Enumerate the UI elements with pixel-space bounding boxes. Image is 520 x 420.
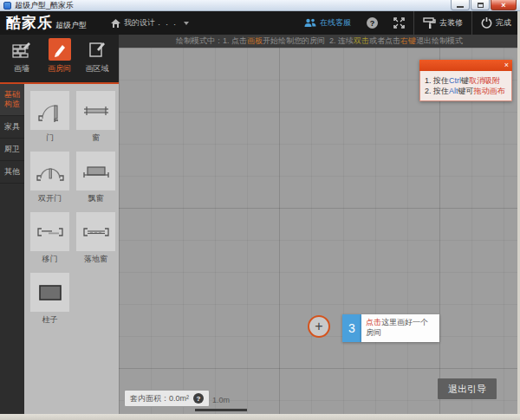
bay-window-icon: [80, 155, 113, 188]
snap-tip-header: ×: [419, 60, 512, 71]
minimize-icon: [457, 6, 464, 8]
snap-tip-key-ctrl: Ctrl: [449, 76, 461, 85]
tool-draw-room[interactable]: 画房间: [42, 38, 78, 74]
window-icon: [80, 94, 113, 127]
snap-tip-line2: 2. 按住Alt键可拖动画布: [425, 86, 507, 96]
component-bay-window-label: 飘窗: [88, 193, 104, 204]
app-window: 超级户型_酷家乐 × 酷家乐 超级户型 我的设计．．． 在线客服 ?: [0, 0, 520, 420]
component-pillar[interactable]: 柱子: [30, 273, 69, 326]
double-door-icon: [34, 155, 67, 188]
draw-start-target[interactable]: +: [308, 315, 330, 338]
component-window-label: 窗: [92, 132, 100, 144]
sliding-door-icon: [34, 216, 67, 249]
component-library-panel: 门 窗: [24, 84, 119, 414]
people-icon: [304, 18, 316, 28]
help-button[interactable]: ?: [367, 17, 378, 29]
component-door[interactable]: 门: [30, 91, 69, 144]
app-icon: [3, 2, 11, 10]
snap-tip-text: 键: [461, 76, 469, 85]
snap-tip-key-alt: Alt: [449, 87, 458, 95]
draw-area-icon: [87, 39, 107, 60]
fullscreen-icon: [393, 17, 405, 29]
app-logo-subtitle: 超级户型: [55, 20, 87, 31]
app-header: 酷家乐 超级户型 我的设计．．． 在线客服 ?: [0, 11, 520, 35]
snap-tip-text: 键可: [458, 87, 474, 95]
instruction-text: 绘制模式中：1. 点击: [176, 36, 247, 47]
instruction-highlight-rightclick: 右键: [400, 36, 416, 47]
maximize-icon: [478, 3, 484, 8]
tab-basic-structure[interactable]: 基础构造: [0, 84, 24, 116]
my-design-label: 我的设计．．．: [124, 17, 179, 29]
tool-draw-area-label: 画区域: [86, 63, 109, 74]
snap-tip-action: 取消吸附: [469, 76, 500, 85]
draw-wall-icon: [11, 39, 32, 60]
my-design-dropdown[interactable]: 我的设计．．．: [111, 17, 189, 29]
component-pillar-label: 柱子: [42, 314, 58, 326]
component-sliding-door-label: 移门: [42, 254, 58, 265]
tab-other[interactable]: 其他: [0, 161, 24, 184]
tool-draw-wall[interactable]: 画墙: [3, 38, 40, 74]
snap-tip-text: 2. 按住: [425, 87, 449, 95]
guide-tooltip: 点击这里画好一个房间: [361, 314, 439, 342]
pillar-icon: [34, 276, 67, 309]
window-title: 超级户型_酷家乐: [15, 0, 74, 11]
component-bay-window[interactable]: 飘窗: [76, 152, 115, 204]
go-decorate-button[interactable]: 去装修: [414, 11, 471, 35]
snap-tip-text: 1. 按住: [425, 76, 449, 85]
power-icon: [481, 17, 492, 29]
scale-label: 1.0m: [195, 396, 247, 404]
draw-tool-panel: 画墙 画房间 画区域: [0, 35, 119, 84]
fullscreen-button[interactable]: [385, 11, 413, 35]
interior-area-label: 套内面积：0.0m²: [130, 393, 189, 404]
paint-roller-icon: [423, 17, 436, 29]
online-service-button[interactable]: 在线客服: [296, 11, 360, 35]
online-service-label: 在线客服: [320, 17, 351, 29]
component-door-label: 门: [46, 132, 54, 144]
draw-room-icon: [49, 39, 70, 60]
snap-tip-line1: 1. 按住Ctrl键取消吸附: [425, 75, 507, 86]
instruction-text: 或者点击: [369, 36, 400, 47]
guide-step-badge: 3: [342, 314, 361, 342]
component-sliding-door[interactable]: 移门: [30, 212, 69, 265]
finish-label: 完成: [496, 17, 511, 29]
snap-tip-action: 拖动画布: [474, 87, 505, 95]
tab-kitchen-bath[interactable]: 厨卫: [0, 139, 24, 161]
component-french-window-label: 落地窗: [84, 254, 107, 265]
minimize-button[interactable]: [451, 0, 470, 10]
component-french-window[interactable]: 落地窗: [76, 212, 115, 265]
component-window[interactable]: 窗: [76, 91, 115, 144]
tab-furniture[interactable]: 家具: [0, 116, 24, 139]
maximize-button[interactable]: [471, 0, 490, 10]
scale-bar: [195, 409, 247, 411]
finish-button[interactable]: 完成: [472, 11, 520, 35]
tool-draw-room-label: 画房间: [48, 63, 71, 74]
instruction-text: 退出绘制模式: [416, 36, 463, 47]
component-double-door-label: 双开门: [38, 193, 62, 204]
door-icon: [34, 94, 67, 127]
tool-draw-area[interactable]: 画区域: [79, 38, 115, 74]
chevron-down-icon: [184, 22, 189, 25]
instruction-highlight-board: 画板: [247, 36, 263, 47]
snap-tip-tooltip: × 1. 按住Ctrl键取消吸附 2. 按住Alt键可拖动画布: [419, 60, 512, 101]
instruction-text: 开始绘制您的房间 2. 连续: [263, 36, 354, 47]
window-titlebar: 超级户型_酷家乐 ×: [0, 0, 520, 11]
window-border-bottom: [0, 414, 520, 420]
go-decorate-label: 去装修: [439, 17, 463, 29]
french-window-icon: [80, 216, 113, 249]
close-button[interactable]: ×: [491, 0, 517, 10]
app-logo: 酷家乐: [0, 13, 53, 33]
drawing-canvas[interactable]: × 1. 按住Ctrl键取消吸附 2. 按住Alt键可拖动画布 + 3 点击这里…: [119, 48, 517, 414]
guide-action-word: 点击: [366, 318, 381, 326]
home-icon: [111, 19, 120, 28]
instruction-bar: 绘制模式中：1. 点击画板开始绘制您的房间 2. 连续双击或者点击右键退出绘制模…: [119, 35, 520, 48]
component-double-door[interactable]: 双开门: [30, 152, 69, 204]
snap-tip-close-icon[interactable]: ×: [501, 61, 512, 69]
tool-draw-wall-label: 画墙: [14, 63, 29, 74]
instruction-highlight-doubleclick: 双击: [354, 36, 369, 47]
exit-guide-button[interactable]: 退出引导: [438, 378, 497, 399]
category-tabstrip: 基础构造 家具 厨卫 其他: [0, 84, 24, 414]
